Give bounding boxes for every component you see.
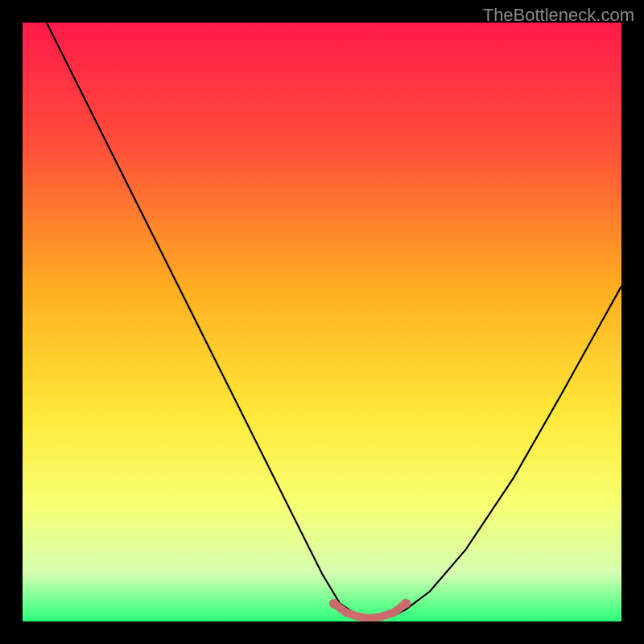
gradient-background — [23, 23, 621, 621]
bottleneck-chart — [23, 23, 621, 621]
optimal-zone-dot-right — [401, 599, 411, 609]
optimal-zone-dot-left — [329, 599, 339, 609]
chart-svg — [23, 23, 621, 621]
watermark-text: TheBottleneck.com — [483, 5, 634, 26]
